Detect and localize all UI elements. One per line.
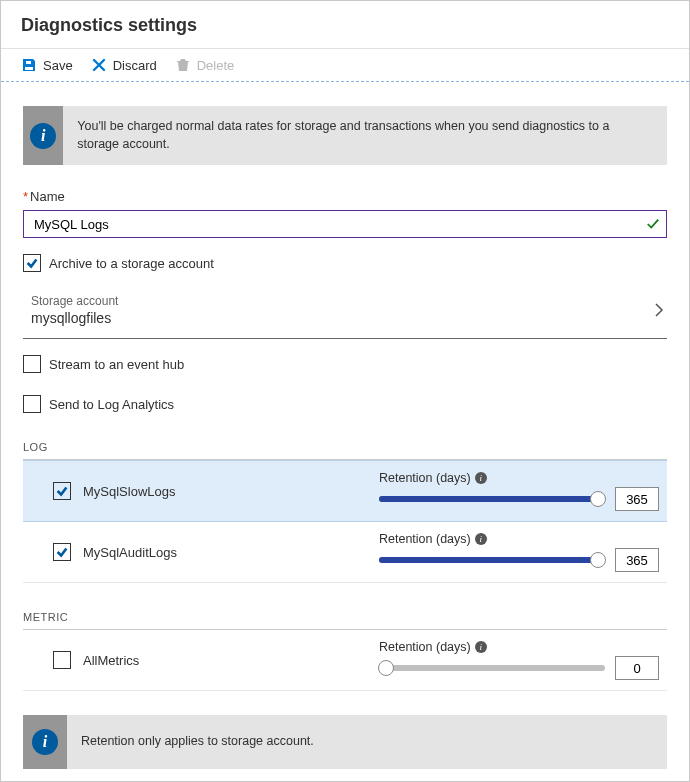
discard-icon — [91, 57, 107, 73]
discard-button[interactable]: Discard — [91, 57, 157, 73]
allmetrics-retention-slider[interactable] — [379, 659, 605, 677]
analytics-checkbox[interactable] — [23, 395, 41, 413]
info-tip-icon[interactable]: i — [475, 472, 487, 484]
analytics-option[interactable]: Send to Log Analytics — [23, 395, 667, 413]
retention-label: Retention (days) — [379, 532, 471, 546]
allmetrics-retention: Retention (days) i — [379, 640, 659, 680]
save-label: Save — [43, 58, 73, 73]
metric-row-allmetrics[interactable]: AllMetrics Retention (days) i — [23, 630, 667, 691]
archive-checkbox[interactable] — [23, 254, 41, 272]
log-row-auditlogs[interactable]: MySqlAuditLogs Retention (days) i — [23, 522, 667, 583]
toolbar: Save Discard Delete — [1, 49, 689, 82]
storage-account-picker[interactable]: Storage account mysqllogfiles — [31, 294, 667, 326]
check-icon — [55, 545, 69, 559]
analytics-label: Send to Log Analytics — [49, 397, 174, 412]
storage-label: Storage account — [31, 294, 118, 308]
slowlogs-checkbox[interactable] — [53, 482, 71, 500]
check-icon — [55, 484, 69, 498]
delete-label: Delete — [197, 58, 235, 73]
info-tip-icon[interactable]: i — [475, 533, 487, 545]
check-icon — [25, 256, 39, 270]
log-row-slowlogs[interactable]: MySqlSlowLogs Retention (days) i — [23, 460, 667, 522]
archive-label: Archive to a storage account — [49, 256, 214, 271]
info-box-bottom: i Retention only applies to storage acco… — [23, 715, 667, 769]
retention-label: Retention (days) — [379, 640, 471, 654]
page-header: Diagnostics settings — [1, 1, 689, 49]
allmetrics-label: AllMetrics — [83, 653, 367, 668]
info-icon-wrap: i — [23, 715, 67, 769]
auditlogs-checkbox[interactable] — [53, 543, 71, 561]
storage-subpanel: Storage account mysqllogfiles — [23, 282, 667, 339]
stream-checkbox[interactable] — [23, 355, 41, 373]
slowlogs-retention: Retention (days) i — [379, 471, 659, 511]
discard-label: Discard — [113, 58, 157, 73]
name-label-row: * Name — [23, 189, 667, 204]
name-input-wrap[interactable] — [23, 210, 667, 238]
slowlogs-label: MySqlSlowLogs — [83, 484, 367, 499]
page-title: Diagnostics settings — [21, 15, 669, 36]
chevron-right-icon — [651, 302, 667, 318]
slowlogs-retention-slider[interactable] — [379, 490, 605, 508]
info-icon: i — [32, 729, 58, 755]
log-section-heading: LOG — [23, 433, 667, 460]
delete-button: Delete — [175, 57, 235, 73]
retention-label: Retention (days) — [379, 471, 471, 485]
valid-check-icon — [646, 217, 660, 231]
archive-option[interactable]: Archive to a storage account — [23, 254, 667, 272]
metric-section-heading: METRIC — [23, 603, 667, 630]
stream-label: Stream to an event hub — [49, 357, 184, 372]
auditlogs-retention-input[interactable] — [615, 548, 659, 572]
allmetrics-retention-input[interactable] — [615, 656, 659, 680]
stream-option[interactable]: Stream to an event hub — [23, 355, 667, 373]
save-icon — [21, 57, 37, 73]
name-label: Name — [30, 189, 65, 204]
save-button[interactable]: Save — [21, 57, 73, 73]
auditlogs-retention-slider[interactable] — [379, 551, 605, 569]
required-indicator: * — [23, 189, 28, 204]
info-tip-icon[interactable]: i — [475, 641, 487, 653]
info-box-top: i You'll be charged normal data rates fo… — [23, 106, 667, 165]
info-text-top: You'll be charged normal data rates for … — [63, 106, 667, 165]
storage-value: mysqllogfiles — [31, 310, 118, 326]
allmetrics-checkbox[interactable] — [53, 651, 71, 669]
auditlogs-retention: Retention (days) i — [379, 532, 659, 572]
info-icon-wrap: i — [23, 106, 63, 165]
info-text-bottom: Retention only applies to storage accoun… — [67, 715, 328, 769]
trash-icon — [175, 57, 191, 73]
auditlogs-label: MySqlAuditLogs — [83, 545, 367, 560]
info-icon: i — [30, 123, 56, 149]
content-area: i You'll be charged normal data rates fo… — [1, 82, 689, 782]
name-input[interactable] — [32, 212, 646, 236]
slowlogs-retention-input[interactable] — [615, 487, 659, 511]
